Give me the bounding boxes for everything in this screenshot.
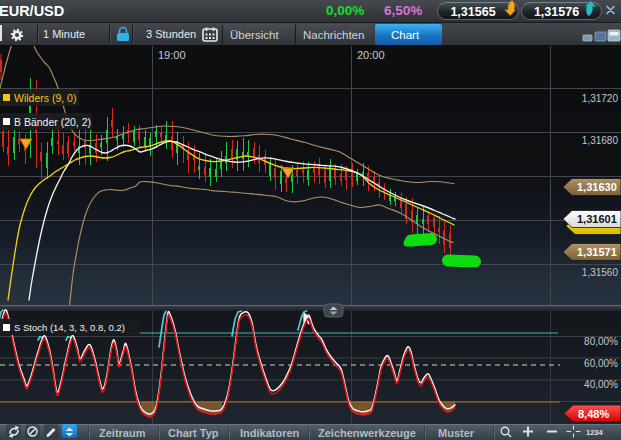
svg-text:40,00%: 40,00% <box>584 379 618 390</box>
svg-text:19:00: 19:00 <box>158 49 186 61</box>
svg-text:20:00: 20:00 <box>357 49 385 61</box>
svg-text:8,48%: 8,48% <box>578 408 609 420</box>
svg-text:1,31571: 1,31571 <box>577 246 617 258</box>
svg-text:1,31630: 1,31630 <box>577 181 617 193</box>
svg-text:1,31680: 1,31680 <box>582 135 619 146</box>
svg-text:B Bänder (20, 2): B Bänder (20, 2) <box>14 116 91 128</box>
svg-text:1,31720: 1,31720 <box>582 93 619 104</box>
svg-text:Wilders (9, 0): Wilders (9, 0) <box>14 92 76 104</box>
svg-text:1,31560: 1,31560 <box>582 267 619 278</box>
svg-text:80,00%: 80,00% <box>584 336 618 347</box>
svg-text:S Stoch (14, 3, 3, 0.8, 0.2): S Stoch (14, 3, 3, 0.8, 0.2) <box>14 322 125 333</box>
svg-text:1,31601: 1,31601 <box>577 213 617 225</box>
svg-text:60,00%: 60,00% <box>584 358 618 369</box>
svg-text:1234: 1234 <box>586 428 604 437</box>
